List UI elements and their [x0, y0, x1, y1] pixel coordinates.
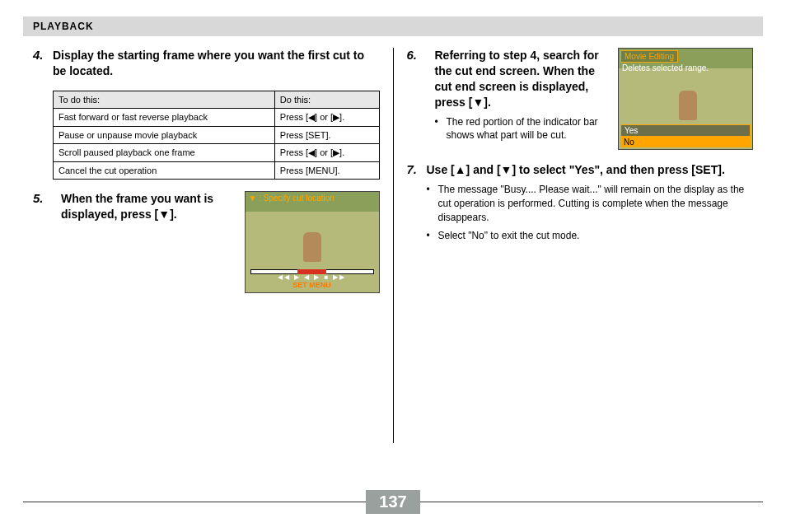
footer-rule — [23, 502, 366, 502]
step-title: Referring to step 4, search for the cut … — [434, 48, 610, 110]
table-row: Cancel the cut operation Press [MENU]. — [54, 161, 380, 179]
screenshot-movie-editing: Movie Editing Deletes selected range. Ye… — [618, 48, 753, 150]
step-7: 7. Use [▲] and [▼] to select "Yes", and … — [406, 162, 753, 251]
instruction-table: To do this: Do this: Fast forward or fas… — [53, 91, 380, 180]
step-number: 7. — [406, 162, 426, 251]
page-number: 137 — [366, 490, 419, 514]
bullet-item: Select "No" to exit the cut mode. — [426, 229, 753, 243]
table-row: Scroll paused playback one frame Press [… — [54, 143, 380, 161]
table-header: Do this: — [274, 91, 379, 108]
bullet-item: The message "Busy.... Please wait..." wi… — [426, 183, 753, 224]
deer-icon — [303, 232, 321, 262]
thumb-subtitle: Deletes selected range. — [622, 63, 709, 72]
thumb-controls: ◀◀ ▶ ◀ ▶ ■ ▶▶ SET MENU — [246, 273, 379, 289]
bullet-item: The red portion of the indicator bar sho… — [434, 115, 610, 143]
step-5: 5. When the frame you want is displayed,… — [33, 191, 380, 293]
page-content: PLAYBACK 4. Display the starting frame w… — [23, 16, 763, 499]
right-column: 6. Referring to step 4, search for the c… — [396, 48, 763, 443]
step-title: When the frame you want is displayed, pr… — [61, 191, 236, 222]
step-title: Use [▲] and [▼] to select "Yes", and the… — [426, 162, 753, 178]
step-4: 4. Display the starting frame where you … — [33, 48, 380, 79]
step-number: 5. — [33, 191, 53, 205]
table-row: Fast forward or fast reverse playback Pr… — [54, 108, 380, 126]
thumb-caption: ▼ : Specify cut location — [249, 194, 335, 203]
left-column: 4. Display the starting frame where you … — [23, 48, 390, 443]
deer-icon — [679, 91, 697, 120]
column-divider — [393, 48, 394, 443]
columns: 4. Display the starting frame where you … — [23, 48, 763, 443]
option-no: No — [620, 137, 751, 147]
section-header: PLAYBACK — [23, 16, 763, 36]
step-title: Display the starting frame where you wan… — [53, 48, 380, 79]
footer-rule — [420, 502, 763, 502]
screenshot-specify-cut: ▼ : Specify cut location ◀◀ ▶ ◀ ▶ ■ ▶▶ S… — [245, 191, 380, 293]
option-yes: Yes — [620, 124, 751, 137]
step-6: 6. Referring to step 4, search for the c… — [406, 48, 753, 151]
page-footer: 137 — [23, 490, 763, 514]
table-row: Pause or unpause movie playback Press [S… — [54, 126, 380, 143]
step-number: 6. — [406, 48, 426, 62]
step-number: 4. — [33, 48, 53, 79]
thumb-badge: Movie Editing — [620, 50, 678, 63]
table-header: To do this: — [54, 91, 275, 108]
